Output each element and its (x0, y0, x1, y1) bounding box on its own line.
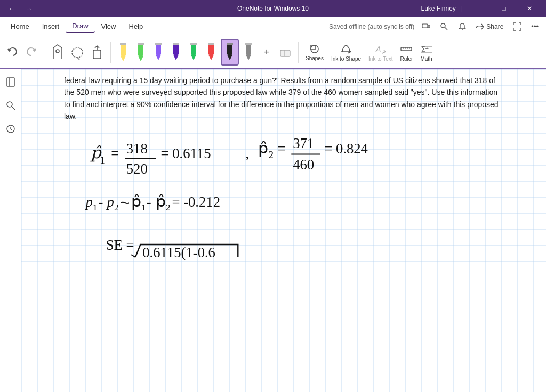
menu-view[interactable]: View (95, 20, 123, 32)
svg-marker-18 (173, 55, 179, 60)
svg-rect-10 (120, 43, 126, 45)
minimize-button[interactable]: ─ (466, 0, 491, 17)
black-pen-icon (224, 42, 235, 62)
divider-3 (298, 42, 299, 63)
red-pen-button[interactable] (203, 39, 219, 66)
type-select-button[interactable] (49, 39, 67, 66)
svg-text:318: 318 (126, 140, 148, 156)
green-highlighter-button[interactable] (133, 39, 149, 66)
green-highlighter-icon (135, 42, 146, 62)
search-header-button[interactable] (437, 21, 452, 32)
lasso-select-button[interactable] (68, 39, 86, 66)
ruler-icon (400, 43, 412, 55)
pan-button[interactable] (88, 39, 106, 66)
svg-text:2: 2 (166, 202, 171, 213)
green-marker-button[interactable] (186, 39, 202, 66)
svg-rect-23 (208, 43, 214, 55)
svg-marker-15 (156, 55, 161, 60)
svg-point-34 (311, 45, 318, 53)
back-button[interactable]: ← (4, 1, 19, 16)
green-marker-icon (188, 42, 199, 62)
maximize-button[interactable]: □ (492, 0, 516, 17)
svg-rect-16 (155, 43, 162, 45)
menubar: Home Insert Draw View Help Saved offline… (0, 17, 546, 36)
share-button[interactable]: Share (473, 21, 507, 32)
gray-pen-button[interactable] (240, 39, 256, 66)
svg-text:= -0.212: = -0.212 (172, 193, 220, 209)
add-tool-button[interactable]: + (259, 39, 275, 66)
svg-rect-25 (208, 43, 214, 45)
svg-line-80 (131, 255, 135, 257)
titlebar: ← → OneNote for Windows 10 Luke Finney |… (0, 0, 546, 17)
svg-point-5 (56, 50, 59, 53)
type-select-icon (51, 44, 64, 61)
handwriting-svg: p̂ 1 = 318 520 = 0.6115 , p̂ 2 = 371 460 (64, 128, 503, 341)
svg-text:p: p (106, 193, 114, 209)
svg-line-3 (445, 27, 448, 30)
bell-button[interactable] (455, 21, 470, 32)
svg-rect-19 (173, 43, 179, 45)
svg-text:-: - (98, 193, 103, 209)
svg-rect-11 (138, 43, 143, 56)
forward-button[interactable]: → (21, 1, 36, 16)
selection-group (49, 39, 106, 66)
divider-1 (44, 42, 44, 63)
sidebar (0, 69, 21, 392)
notebook-icon (5, 77, 16, 87)
svg-marker-9 (121, 56, 126, 61)
grid-paper[interactable]: federal law requiring a 15 day waiting p… (21, 69, 546, 392)
svg-point-2 (441, 23, 445, 28)
menu-home[interactable]: Home (4, 20, 36, 32)
undo-button[interactable] (4, 39, 21, 66)
ink-to-shape-label: Ink to Shape (331, 56, 361, 62)
svg-text:=: = (111, 145, 119, 161)
svg-text:1: 1 (100, 154, 105, 165)
shapes-button[interactable]: Shapes (303, 39, 326, 66)
note-text: federal law requiring a 15 day waiting p… (64, 75, 503, 123)
svg-rect-29 (246, 43, 251, 55)
redo-icon (25, 46, 37, 58)
yellow-highlighter-button[interactable] (115, 39, 131, 66)
math-button[interactable]: ∑÷ Math (417, 39, 435, 66)
svg-rect-14 (156, 43, 161, 55)
eraser-button[interactable] (277, 39, 294, 66)
dark-purple-pen-button[interactable] (168, 39, 184, 66)
svg-rect-13 (138, 43, 144, 45)
menu-help[interactable]: Help (123, 20, 150, 32)
undo-icon (7, 46, 19, 58)
main-content: federal law requiring a 15 day waiting p… (21, 69, 546, 392)
sidebar-history-icon[interactable] (2, 120, 19, 137)
svg-text:p̂: p̂ (156, 192, 166, 210)
svg-rect-31 (245, 43, 252, 45)
fullscreen-icon (513, 22, 521, 31)
red-pen-icon (206, 42, 216, 62)
pan-icon (91, 44, 103, 61)
ruler-button[interactable]: Ruler (397, 39, 415, 66)
svg-text:= 0.824: = 0.824 (324, 140, 368, 156)
shapes-label: Shapes (306, 55, 324, 61)
share-label: Share (486, 23, 503, 30)
svg-text:=: = (278, 140, 286, 156)
devices-icon (422, 22, 430, 31)
sync-status-text: Saved offline (auto sync is off) (329, 23, 414, 30)
sidebar-search-icon[interactable] (2, 97, 19, 114)
purple-pen-button[interactable] (150, 39, 166, 66)
menu-draw[interactable]: Draw (66, 20, 94, 33)
ink-to-text-icon: A (375, 43, 387, 55)
black-pen-button[interactable] (221, 39, 239, 66)
devices-button[interactable] (419, 21, 433, 32)
svg-marker-21 (191, 55, 196, 60)
svg-rect-7 (93, 50, 101, 59)
redo-button[interactable] (22, 39, 39, 66)
sidebar-notebook-icon[interactable] (2, 74, 19, 91)
ink-to-text-button[interactable]: A Ink to Text (366, 39, 395, 66)
more-button[interactable]: ••• (528, 21, 542, 32)
ink-to-shape-button[interactable]: Ink to Shape (328, 39, 364, 66)
svg-rect-8 (121, 43, 126, 56)
fullscreen-button[interactable] (510, 21, 525, 32)
ruler-label: Ruler (400, 56, 413, 62)
menu-insert[interactable]: Insert (36, 20, 66, 32)
clock-icon (5, 124, 16, 134)
close-button[interactable]: ✕ (517, 0, 542, 17)
pen-group (115, 39, 256, 66)
